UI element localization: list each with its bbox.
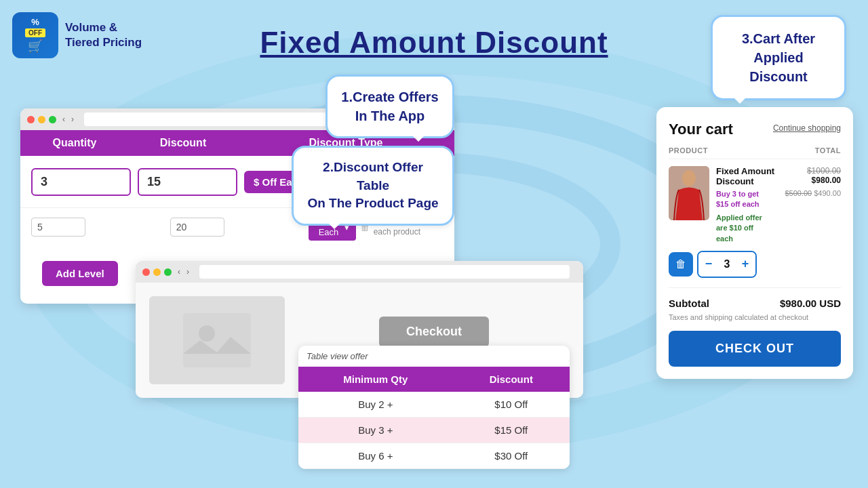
product-image-placeholder <box>149 296 285 384</box>
logo-box: % OFF 🛒 <box>12 12 58 58</box>
nav-forward-2[interactable]: › <box>186 267 189 277</box>
cart-title: Your cart <box>669 121 733 138</box>
cart-qty-minus[interactable]: − <box>698 252 719 277</box>
cart-price-original-2: $500.00 <box>785 189 812 197</box>
dot-yellow-1 <box>38 116 45 123</box>
col-qty-header: Quantity <box>20 130 129 156</box>
cart-qty-controls: − 3 + <box>697 251 757 278</box>
offer-row-1: Buy 2 + $10 Off <box>298 392 570 418</box>
qty-input-1[interactable] <box>31 168 131 196</box>
cart-subtotal-row: Subtotal $980.00 USD <box>669 298 841 309</box>
qty-input-2[interactable] <box>31 218 85 237</box>
offer-col-qty-header: Minimum Qty <box>298 367 453 392</box>
offer-discount-2: $15 Off <box>453 418 570 443</box>
logo-text: Volume & Tiered Pricing <box>65 20 142 50</box>
cart-header: Your cart Continue shopping <box>669 121 841 138</box>
dot-green-1 <box>49 116 56 123</box>
svg-point-5 <box>199 325 215 342</box>
logo-line1: Volume & <box>65 21 117 34</box>
cart-product-name: Fixed AmountDiscount <box>716 166 778 186</box>
cart-qty-value: 3 <box>719 258 735 270</box>
cart-panel: Your cart Continue shopping PRODUCT TOTA… <box>656 107 853 379</box>
cart-tax-note: Taxes and shipping calculated at checkou… <box>669 313 841 321</box>
dot-red-2 <box>142 268 150 276</box>
cart-applied-text: Applied offerare $10 offeach <box>716 213 778 244</box>
dot-green-2 <box>164 268 172 276</box>
svg-rect-4 <box>183 313 251 367</box>
col-product-label: PRODUCT <box>669 146 708 155</box>
checkout-button[interactable]: Checkout <box>379 317 489 347</box>
cart-delete-button[interactable]: 🗑 <box>669 252 693 277</box>
cart-price-right: $1000.00 $980.00 $500.00 $490.00 <box>785 166 841 197</box>
cart-original-price-right: $1000.00 <box>807 166 841 176</box>
bubble-1: 1.Create OffersIn The App <box>326 75 454 138</box>
col-total-label: TOTAL <box>815 146 841 155</box>
dot-yellow-2 <box>153 268 161 276</box>
logo-percent: % <box>31 17 39 27</box>
checkout-cta-button[interactable]: CHECK OUT <box>669 331 841 367</box>
header: % OFF 🛒 Volume & Tiered Pricing <box>12 12 142 58</box>
offer-qty-1: Buy 2 + <box>298 392 453 418</box>
bubble-2: 2.Discount Offer TableOn The Product Pag… <box>292 146 454 226</box>
cart-qty-plus[interactable]: + <box>735 252 755 277</box>
discount-input-2[interactable] <box>170 218 224 237</box>
cart-subtotal-value: $980.00 USD <box>780 298 841 309</box>
dot-red-1 <box>27 116 35 123</box>
offer-col-discount-header: Discount <box>453 367 570 392</box>
cart-subtotal-label: Subtotal <box>669 298 709 309</box>
bubble-1-text: 1.Create OffersIn The App <box>341 89 438 123</box>
nav-forward-1[interactable]: › <box>71 115 74 124</box>
offer-table-panel: Table view offer Minimum Qty Discount Bu… <box>298 346 570 469</box>
cart-price-sale-2: $490.00 <box>814 189 841 197</box>
offer-qty-3: Buy 6 + <box>298 443 453 469</box>
continue-shopping-link[interactable]: Continue shopping <box>773 123 841 133</box>
bubble-3: 3.Cart AfterApplied Discount <box>711 15 846 100</box>
bubble-2-text: 2.Discount Offer TableOn The Product Pag… <box>307 160 438 210</box>
bubble-3-text: 3.Cart AfterApplied Discount <box>742 31 815 84</box>
cart-product-info: Fixed AmountDiscount Buy 3 to get$15 off… <box>716 166 778 244</box>
nav-back-2[interactable]: ‹ <box>178 267 180 277</box>
nav-back-1[interactable]: ‹ <box>62 115 65 124</box>
svg-point-7 <box>682 170 696 186</box>
col-discount-header: Discount <box>129 130 237 156</box>
cart-sale-price-right: $980.00 <box>812 176 841 185</box>
cart-offer-text: Buy 3 to get$15 off each <box>716 189 778 210</box>
cart-divider <box>669 287 841 288</box>
offer-table-title: Table view offer <box>298 346 570 367</box>
logo-line2: Tiered Pricing <box>65 36 142 49</box>
logo-cart-icon: 🛒 <box>28 39 43 54</box>
offer-row-2: Buy 3 + $15 Off <box>298 418 570 443</box>
discount-input-1[interactable] <box>138 168 237 196</box>
cart-product-section: Fixed AmountDiscount Buy 3 to get$15 off… <box>669 166 841 244</box>
offer-table: Minimum Qty Discount Buy 2 + $10 Off Buy… <box>298 367 570 469</box>
url-bar-2 <box>199 265 570 279</box>
offer-qty-2: Buy 3 + <box>298 418 453 443</box>
cart-col-headers: PRODUCT TOTAL <box>669 146 841 159</box>
offer-row-3: Buy 6 + $30 Off <box>298 443 570 469</box>
page-wrapper: % OFF 🛒 Volume & Tiered Pricing Fixed Am… <box>0 0 868 488</box>
logo-off: OFF <box>25 28 45 37</box>
offer-discount-1: $10 Off <box>453 392 570 418</box>
cart-product-image <box>669 166 709 220</box>
main-title: Fixed Amount Discount <box>260 26 608 60</box>
titlebar-2: ‹ › <box>136 261 583 283</box>
add-level-button[interactable]: Add Level <box>42 261 118 286</box>
cart-qty-row: 🗑 − 3 + <box>669 251 841 278</box>
offer-discount-3: $30 Off <box>453 443 570 469</box>
cart-second-prices: $500.00 $490.00 <box>785 189 841 197</box>
